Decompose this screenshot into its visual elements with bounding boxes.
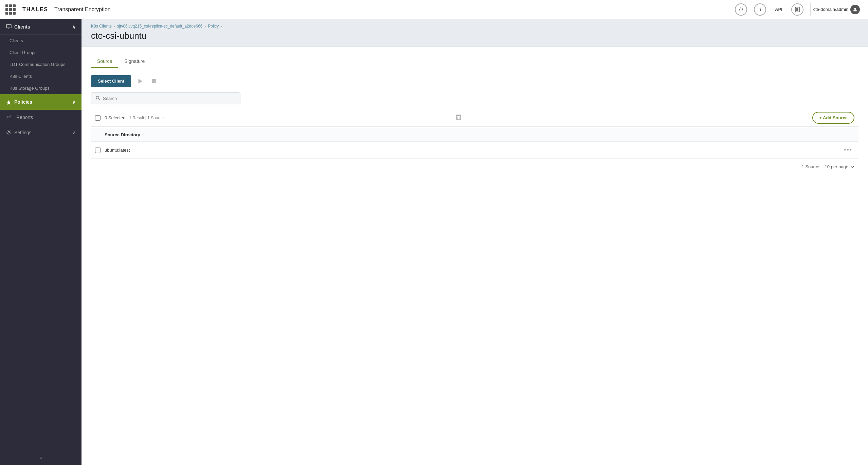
tab-signature[interactable]: Signature	[118, 55, 151, 68]
sidebar-reports-section[interactable]: Reports	[0, 110, 82, 125]
svg-rect-14	[456, 116, 460, 120]
stop-button[interactable]	[149, 76, 159, 86]
sidebar-settings-label: Settings	[14, 130, 32, 135]
page-header: K8s Clients › sjtv86ivvq215_csi-replica-…	[82, 19, 868, 47]
main-content: K8s Clients › sjtv86ivvq215_csi-replica-…	[82, 19, 868, 465]
search-input[interactable]	[103, 96, 236, 101]
selected-count: 0 Selected 1 Result | 1 Source	[105, 115, 454, 120]
logo: THALES	[22, 6, 48, 13]
breadcrumb-client[interactable]: sjtv86ivvq215_csi-replica-sc_default_a2d…	[117, 24, 202, 29]
search-bar	[91, 92, 240, 104]
sidebar-clients-header[interactable]: Clients ∧	[0, 19, 82, 35]
clock-icon-button[interactable]: ⏱	[735, 3, 747, 16]
clients-icon	[6, 24, 14, 30]
breadcrumb-sep-1: ›	[114, 24, 115, 28]
breadcrumb-k8s-clients[interactable]: K8s Clients	[91, 24, 112, 29]
star-icon	[6, 99, 12, 105]
svg-point-12	[96, 96, 99, 99]
table-count: 1 Source	[802, 164, 819, 169]
sidebar: Clients ∧ Clients Client Groups LDT Comm…	[0, 19, 82, 465]
delete-icon[interactable]	[454, 113, 463, 123]
sidebar-item-client-groups[interactable]: Client Groups	[0, 47, 82, 58]
tab-source[interactable]: Source	[91, 55, 118, 68]
top-navigation: THALES Transparent Encryption ⏱ ℹ API ct…	[0, 0, 868, 19]
svg-point-4	[854, 7, 856, 9]
reports-chart-icon	[6, 114, 13, 121]
sidebar-reports-label: Reports	[16, 115, 33, 120]
toolbar: Select Client	[91, 75, 858, 87]
username: cte-domain/admin	[813, 7, 848, 12]
info-icon-button[interactable]: ℹ	[754, 3, 766, 16]
svg-rect-5	[6, 24, 11, 28]
sidebar-clients-section: Clients ∧ Clients Client Groups LDT Comm…	[0, 19, 82, 94]
select-all-checkbox[interactable]	[95, 115, 101, 121]
breadcrumb: K8s Clients › sjtv86ivvq215_csi-replica-…	[91, 24, 858, 29]
column-header-label: Source Directory	[105, 132, 140, 137]
search-icon	[95, 96, 100, 101]
per-page-label: 10 per page	[825, 164, 848, 169]
table-header-row: 0 Selected 1 Result | 1 Source + Add Sou…	[91, 109, 858, 127]
play-button[interactable]	[135, 76, 145, 86]
per-page-chevron-icon	[850, 166, 854, 168]
row-actions-menu-0[interactable]: •••	[842, 146, 854, 154]
breadcrumb-policy[interactable]: Policy	[208, 24, 219, 29]
svg-marker-10	[139, 79, 142, 83]
sidebar-item-k8s-storage[interactable]: K8s Storage Groups	[0, 82, 82, 94]
clients-chevron-up-icon: ∧	[72, 24, 75, 30]
api-button[interactable]: API	[773, 5, 784, 13]
sidebar-item-ldt-comms[interactable]: LDT Communication Groups	[0, 58, 82, 70]
user-avatar	[850, 5, 860, 14]
sidebar-policies-section[interactable]: Policies ∨	[0, 94, 82, 109]
sidebar-item-clients[interactable]: Clients	[0, 35, 82, 47]
sidebar-policies-label: Policies	[14, 99, 72, 105]
sidebar-item-k8s-clients[interactable]: K8s Clients	[0, 70, 82, 82]
logo-subtitle: Transparent Encryption	[54, 6, 111, 13]
doc-icon-button[interactable]	[791, 3, 803, 16]
policies-chevron-down-icon: ∨	[72, 99, 75, 105]
collapse-icon: «	[39, 455, 42, 460]
user-menu[interactable]: cte-domain/admin	[810, 3, 863, 16]
nav-left: THALES Transparent Encryption	[5, 4, 735, 15]
row-value-0: ubuntu:latest	[105, 148, 842, 153]
table-row: ubuntu:latest •••	[91, 142, 858, 159]
result-info: 1 Result | 1 Source	[129, 116, 164, 120]
sidebar-collapse-button[interactable]: «	[0, 450, 82, 465]
nav-right: ⏱ ℹ API cte-domain/admin	[735, 3, 863, 16]
content-area: Source Signature Select Client	[82, 47, 868, 465]
settings-chevron-down-icon: ∨	[72, 130, 75, 135]
sidebar-settings-section[interactable]: Settings ∨	[0, 125, 82, 140]
per-page-selector[interactable]: 10 per page	[825, 164, 854, 169]
svg-rect-11	[152, 79, 156, 83]
page-title: cte-csi-ubuntu	[91, 31, 858, 41]
sidebar-clients-label: Clients	[14, 24, 72, 30]
svg-point-9	[8, 131, 10, 133]
table-footer: 1 Source 10 per page	[91, 159, 858, 175]
table-column-header: Source Directory	[91, 128, 858, 142]
breadcrumb-sep-2: ›	[205, 24, 206, 28]
app-body: Clients ∧ Clients Client Groups LDT Comm…	[0, 19, 868, 465]
svg-marker-8	[6, 100, 11, 105]
svg-line-13	[99, 99, 100, 100]
row-checkbox-0[interactable]	[95, 148, 101, 153]
settings-gear-icon	[6, 130, 12, 136]
select-client-button[interactable]: Select Client	[91, 75, 131, 87]
add-source-button[interactable]: + Add Source	[812, 112, 854, 124]
tab-bar: Source Signature	[91, 55, 858, 68]
breadcrumb-sep-3: ›	[221, 24, 222, 28]
app-grid-icon[interactable]	[5, 4, 16, 15]
